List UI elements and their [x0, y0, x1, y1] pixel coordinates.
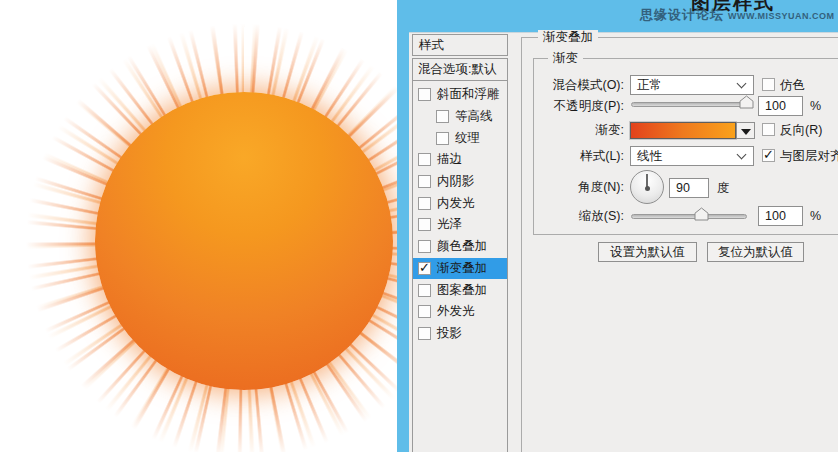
style-item-texture[interactable]: 纹理: [413, 127, 507, 149]
document-canvas: [0, 0, 397, 452]
blending-options-row[interactable]: 混合选项:默认: [413, 59, 507, 81]
sun-circle-graphic: [95, 92, 393, 390]
style-label: 样式(L):: [509, 149, 624, 164]
blend-mode-value: 正常: [637, 78, 662, 92]
chevron-down-icon: [737, 150, 747, 160]
style-item-contour[interactable]: 等高线: [413, 106, 507, 128]
checkbox[interactable]: [418, 284, 431, 297]
style-item-label: 投影: [437, 325, 462, 342]
styles-list: 混合选项:默认 斜面和浮雕 等高线 纹理 描边 内阴影 内发光 光泽 颜色叠加 …: [412, 58, 508, 452]
scale-slider[interactable]: [631, 214, 747, 219]
opacity-slider[interactable]: [631, 102, 747, 107]
style-item-pattern-overlay[interactable]: 图案叠加: [413, 279, 507, 301]
style-item-outer-glow[interactable]: 外发光: [413, 301, 507, 323]
angle-dial[interactable]: [630, 170, 664, 204]
reset-default-button[interactable]: 复位为默认值: [707, 242, 804, 262]
style-item-drop-shadow[interactable]: 投影: [413, 323, 507, 345]
style-item-satin[interactable]: 光泽: [413, 214, 507, 236]
gradient-swatch[interactable]: [630, 122, 736, 139]
style-item-gradient-overlay[interactable]: 渐变叠加: [413, 258, 507, 280]
style-item-label: 图案叠加: [437, 282, 487, 299]
checkbox[interactable]: [436, 132, 449, 145]
style-items: 斜面和浮雕 等高线 纹理 描边 内阴影 内发光 光泽 颜色叠加 渐变叠加 图案叠…: [413, 81, 507, 344]
style-item-color-overlay[interactable]: 颜色叠加: [413, 236, 507, 258]
style-select[interactable]: 线性: [630, 146, 754, 166]
screen: 图层样式 思缘设计论坛www.missyuan.com 样式 混合选项:默认 斜…: [0, 0, 838, 452]
scale-unit-label: %: [810, 209, 821, 224]
checkbox[interactable]: [418, 240, 431, 253]
checkbox[interactable]: [418, 218, 431, 231]
watermark-site: 思缘设计论坛: [640, 7, 724, 22]
style-item-stroke[interactable]: 描边: [413, 149, 507, 171]
checkbox[interactable]: [418, 305, 431, 318]
style-item-label: 纹理: [455, 130, 480, 147]
scale-input[interactable]: [758, 206, 803, 226]
style-item-inner-glow[interactable]: 内发光: [413, 192, 507, 214]
styles-panel-header[interactable]: 样式: [412, 34, 508, 56]
angle-label: 角度(N):: [509, 180, 624, 195]
layer-style-dialog: 图层样式 思缘设计论坛www.missyuan.com 样式 混合选项:默认 斜…: [397, 0, 838, 452]
gradient-overlay-group-title: 渐变叠加: [538, 30, 598, 44]
angle-dial-center: [645, 186, 650, 191]
scale-label: 缩放(S):: [509, 209, 624, 224]
opacity-unit-label: %: [810, 99, 821, 114]
style-item-label: 斜面和浮雕: [437, 86, 500, 103]
style-item-bevel-emboss[interactable]: 斜面和浮雕: [413, 84, 507, 106]
style-item-label: 外发光: [437, 303, 475, 320]
opacity-slider-handle[interactable]: [739, 95, 754, 109]
triangle-down-icon: [741, 129, 751, 135]
checkbox[interactable]: [418, 153, 431, 166]
style-item-label: 颜色叠加: [437, 238, 487, 255]
style-item-inner-shadow[interactable]: 内阴影: [413, 171, 507, 193]
blend-mode-select[interactable]: 正常: [630, 75, 754, 95]
checkbox[interactable]: [418, 262, 431, 275]
checkbox[interactable]: [436, 110, 449, 123]
angle-unit-label: 度: [717, 181, 730, 196]
style-item-label: 描边: [437, 151, 462, 168]
gradient-label: 渐变:: [509, 123, 624, 138]
opacity-label: 不透明度(P):: [509, 99, 624, 114]
checkbox[interactable]: [418, 175, 431, 188]
style-item-label: 渐变叠加: [437, 260, 487, 277]
dialog-body: 样式 混合选项:默认 斜面和浮雕 等高线 纹理 描边 内阴影 内发光 光泽 颜色…: [409, 32, 838, 452]
gradient-subgroup-title: 渐变: [548, 51, 583, 65]
blend-mode-label: 混合模式(O):: [509, 78, 624, 93]
checkbox[interactable]: [418, 197, 431, 210]
style-value: 线性: [637, 149, 662, 163]
reverse-label: 反向(R): [780, 123, 822, 138]
angle-input[interactable]: [669, 178, 709, 198]
scale-slider-handle[interactable]: [694, 207, 709, 221]
checkbox[interactable]: [418, 327, 431, 340]
reverse-checkbox[interactable]: [762, 123, 775, 136]
chevron-down-icon: [737, 79, 747, 89]
dither-label: 仿色: [780, 78, 805, 93]
checkbox[interactable]: [418, 88, 431, 101]
style-item-label: 光泽: [437, 216, 462, 233]
watermark: 思缘设计论坛www.missyuan.com: [640, 6, 835, 24]
gradient-picker-button[interactable]: [736, 122, 755, 139]
watermark-url: www.missyuan.com: [728, 11, 835, 21]
style-item-label: 等高线: [455, 108, 493, 125]
opacity-input[interactable]: [758, 96, 803, 116]
style-item-label: 内阴影: [437, 173, 475, 190]
dither-checkbox[interactable]: [762, 78, 775, 91]
align-with-layer-label: 与图层对齐: [780, 149, 838, 164]
align-with-layer-checkbox[interactable]: [762, 149, 775, 162]
style-item-label: 内发光: [437, 195, 475, 212]
make-default-button[interactable]: 设置为默认值: [598, 242, 697, 262]
